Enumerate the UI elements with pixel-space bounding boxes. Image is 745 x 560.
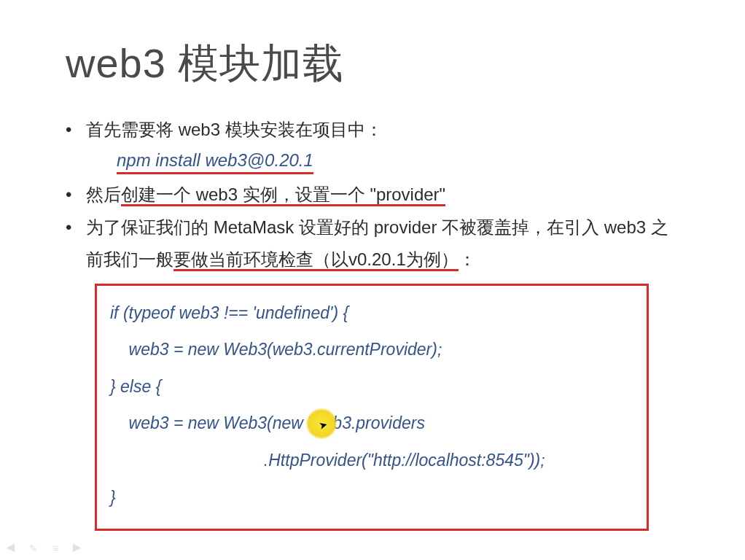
slide-title: web3 模块加载 (66, 36, 679, 92)
code-line-2: web3 = new Web3(web3.currentProvider); (110, 331, 633, 368)
code-line-3: } else { (110, 368, 633, 405)
pen-tool-button[interactable]: ✎ (28, 542, 39, 554)
slide-nav-controls: ⯇ ✎ ≡ ⯈ (6, 542, 83, 554)
install-command-wrapper: npm install web3@0.20.1 (66, 146, 679, 179)
menu-button[interactable]: ≡ (50, 542, 61, 554)
bullet-3-underlined: 要做当前环境检查（以v0.20.1为例） (173, 249, 459, 271)
prev-slide-button[interactable]: ⯇ (6, 542, 17, 554)
bullet-text-1: 首先需要将 web3 模块安装在项目中： (86, 120, 383, 139)
bullet-item-1: 首先需要将 web3 模块安装在项目中： (66, 114, 679, 146)
code-line-1: if (typeof web3 !== 'undefined') { (110, 295, 633, 332)
bullet-list-2: 然后创建一个 web3 实例，设置一个 "provider" 为了保证我们的 M… (66, 179, 679, 276)
bullet-item-3: 为了保证我们的 MetaMask 设置好的 provider 不被覆盖掉，在引入… (66, 211, 679, 276)
install-command: npm install web3@0.20.1 (117, 150, 313, 174)
bullet-item-2: 然后创建一个 web3 实例，设置一个 "provider" (66, 179, 679, 211)
code-line-4: web3 = new Web3(new Web3.providers (110, 405, 633, 442)
bullet-2-underlined: 创建一个 web3 实例，设置一个 "provider" (121, 184, 445, 206)
next-slide-button[interactable]: ⯈ (71, 542, 83, 554)
bullet-list: 首先需要将 web3 模块安装在项目中： (66, 114, 679, 146)
bullet-3-suffix: ： (459, 249, 476, 269)
code-line-6: } (110, 479, 633, 516)
code-line-5: .HttpProvider("http://localhost:8545")); (110, 442, 633, 479)
bullet-2-prefix: 然后 (86, 184, 121, 204)
code-block: if (typeof web3 !== 'undefined') { web3 … (95, 284, 649, 532)
